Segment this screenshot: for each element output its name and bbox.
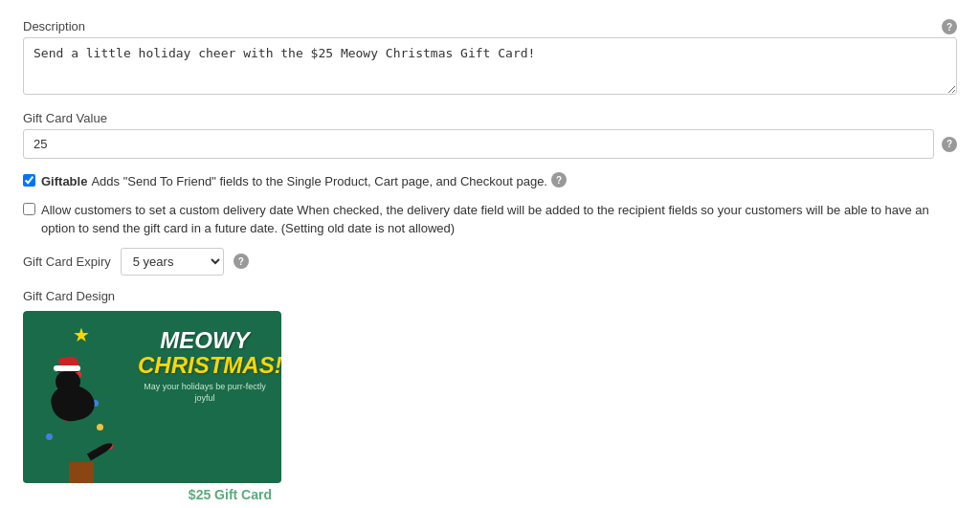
expiry-help-icon[interactable]: ? (234, 254, 249, 269)
gift-card-value-section: Gift Card Value 25 ? (23, 111, 957, 159)
design-label-text: Gift Card Design (23, 289, 115, 303)
description-help-icon[interactable]: ? (942, 19, 957, 34)
description-label: Description (23, 19, 85, 33)
giftable-checkbox[interactable] (23, 174, 35, 187)
gift-card-value-row: 25 ? (23, 129, 957, 159)
description-label-text: Description (23, 19, 85, 33)
expiry-select[interactable]: Never 1 year 2 years 3 years 4 years 5 y… (121, 248, 224, 276)
subtitle-text: May your holidays be purr-fectly joyful (138, 382, 272, 404)
tree-decoration: ★ (34, 325, 130, 483)
ornament-5 (97, 424, 103, 431)
gift-card-value-label-text: Gift Card Value (23, 111, 107, 125)
gift-card-value-label: Gift Card Value (23, 111, 957, 125)
gift-card-image-container: ★ (23, 311, 281, 506)
gift-card-amount-text: $25 Gift Card (189, 487, 272, 502)
tree-trunk (69, 462, 94, 483)
expiry-row: Gift Card Expiry Never 1 year 2 years 3 … (23, 248, 957, 276)
cat-head (56, 370, 80, 393)
custom-delivery-checkbox[interactable] (23, 203, 35, 215)
custom-delivery-checkbox-row: Allow customers to set a custom delivery… (23, 201, 957, 238)
gift-card-image: ★ (23, 311, 281, 483)
expiry-label: Gift Card Expiry (23, 254, 111, 269)
card-text-area: MEOWY CHRISTMAS! May your holidays be pu… (138, 328, 272, 405)
meowy-text: MEOWY (138, 328, 272, 353)
giftable-checkbox-row: Giftable Adds "Send To Friend" fields to… (23, 172, 957, 191)
santa-hat-brim (54, 365, 80, 371)
christmas-text: CHRISTMAS! (138, 353, 272, 378)
giftable-bold-label: Giftable (41, 172, 87, 191)
gift-card-design-section: Gift Card Design ★ (23, 289, 957, 509)
cat-tail (87, 440, 114, 460)
gift-card-value-help-icon[interactable]: ? (942, 137, 957, 152)
custom-delivery-description-text: Allow customers to set a custom delivery… (41, 201, 957, 238)
design-label: Gift Card Design (23, 289, 957, 303)
custom-delivery-label-area: Allow customers to set a custom delivery… (41, 201, 957, 238)
gift-card-amount-bar: $25 Gift Card (23, 483, 281, 506)
giftable-description-text: Adds "Send To Friend" fields to the Sing… (91, 172, 547, 191)
description-textarea[interactable]: Send a little holiday cheer with the $25… (23, 37, 957, 95)
gift-card-value-input[interactable]: 25 (23, 129, 934, 159)
giftable-label-area: Giftable Adds "Send To Friend" fields to… (41, 172, 567, 191)
giftable-help-icon[interactable]: ? (551, 172, 567, 188)
ornament-6 (46, 433, 53, 440)
tree-star-icon: ★ (73, 325, 90, 344)
description-section: Description ? Send a little holiday chee… (23, 19, 957, 98)
